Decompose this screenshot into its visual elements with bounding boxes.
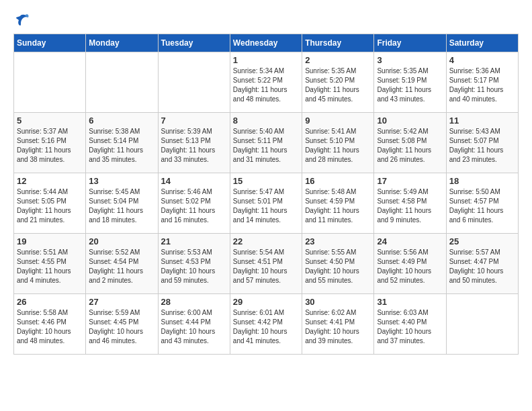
calendar-cell: 22Sunrise: 5:54 AM Sunset: 4:51 PM Dayli… — [230, 234, 302, 294]
day-info: Sunrise: 5:49 AM Sunset: 4:58 PM Dayligh… — [377, 187, 443, 225]
day-info: Sunrise: 5:46 AM Sunset: 5:02 PM Dayligh… — [161, 187, 227, 225]
calendar-cell: 14Sunrise: 5:46 AM Sunset: 5:02 PM Dayli… — [158, 173, 230, 234]
day-number: 16 — [305, 176, 371, 186]
day-number: 31 — [377, 297, 443, 307]
day-info: Sunrise: 6:03 AM Sunset: 4:40 PM Dayligh… — [377, 308, 443, 346]
logo — [13, 13, 30, 27]
day-number: 10 — [377, 116, 443, 126]
day-number: 4 — [449, 55, 515, 65]
weekday-header-monday: Monday — [86, 34, 158, 52]
day-info: Sunrise: 5:35 AM Sunset: 5:19 PM Dayligh… — [377, 66, 443, 104]
day-number: 27 — [89, 297, 154, 307]
calendar-cell: 10Sunrise: 5:42 AM Sunset: 5:08 PM Dayli… — [374, 113, 446, 173]
calendar-cell: 24Sunrise: 5:56 AM Sunset: 4:49 PM Dayli… — [374, 234, 446, 294]
day-info: Sunrise: 5:40 AM Sunset: 5:11 PM Dayligh… — [233, 127, 299, 165]
calendar-cell: 12Sunrise: 5:44 AM Sunset: 5:05 PM Dayli… — [14, 173, 86, 234]
day-info: Sunrise: 5:54 AM Sunset: 4:51 PM Dayligh… — [233, 248, 299, 285]
day-info: Sunrise: 5:48 AM Sunset: 4:59 PM Dayligh… — [305, 187, 371, 225]
calendar-cell: 29Sunrise: 6:01 AM Sunset: 4:42 PM Dayli… — [230, 294, 302, 355]
calendar-cell: 1Sunrise: 5:34 AM Sunset: 5:22 PM Daylig… — [230, 52, 302, 113]
day-number: 28 — [161, 297, 227, 307]
calendar-cell: 30Sunrise: 6:02 AM Sunset: 4:41 PM Dayli… — [302, 294, 374, 355]
calendar-cell: 6Sunrise: 5:38 AM Sunset: 5:14 PM Daylig… — [86, 113, 158, 173]
day-info: Sunrise: 5:35 AM Sunset: 5:20 PM Dayligh… — [305, 66, 371, 104]
day-info: Sunrise: 5:57 AM Sunset: 4:47 PM Dayligh… — [449, 248, 515, 285]
day-number: 3 — [377, 55, 443, 65]
day-info: Sunrise: 5:52 AM Sunset: 4:54 PM Dayligh… — [89, 248, 154, 285]
day-number: 5 — [17, 116, 83, 126]
calendar-cell: 16Sunrise: 5:48 AM Sunset: 4:59 PM Dayli… — [302, 173, 374, 234]
day-number: 7 — [161, 116, 227, 126]
day-number: 20 — [89, 236, 154, 246]
day-info: Sunrise: 5:34 AM Sunset: 5:22 PM Dayligh… — [233, 66, 299, 104]
day-info: Sunrise: 5:42 AM Sunset: 5:08 PM Dayligh… — [377, 127, 443, 165]
day-info: Sunrise: 5:58 AM Sunset: 4:46 PM Dayligh… — [17, 308, 83, 346]
day-number: 22 — [233, 236, 299, 246]
calendar-week-3: 12Sunrise: 5:44 AM Sunset: 5:05 PM Dayli… — [14, 173, 519, 234]
logo-bird-icon — [15, 13, 30, 27]
weekday-header-thursday: Thursday — [302, 34, 374, 52]
day-number: 25 — [449, 236, 515, 246]
day-info: Sunrise: 5:50 AM Sunset: 4:57 PM Dayligh… — [449, 187, 515, 225]
calendar-week-2: 5Sunrise: 5:37 AM Sunset: 5:16 PM Daylig… — [14, 113, 519, 173]
day-info: Sunrise: 5:56 AM Sunset: 4:49 PM Dayligh… — [377, 248, 443, 285]
calendar-cell: 5Sunrise: 5:37 AM Sunset: 5:16 PM Daylig… — [14, 113, 86, 173]
calendar-week-5: 26Sunrise: 5:58 AM Sunset: 4:46 PM Dayli… — [14, 294, 519, 355]
day-info: Sunrise: 5:51 AM Sunset: 4:55 PM Dayligh… — [17, 248, 83, 285]
day-number: 12 — [17, 176, 83, 186]
day-info: Sunrise: 6:01 AM Sunset: 4:42 PM Dayligh… — [233, 308, 299, 346]
calendar-cell: 26Sunrise: 5:58 AM Sunset: 4:46 PM Dayli… — [14, 294, 86, 355]
day-number: 6 — [89, 116, 154, 126]
day-number: 30 — [305, 297, 371, 307]
calendar-table: SundayMondayTuesdayWednesdayThursdayFrid… — [13, 34, 519, 355]
day-info: Sunrise: 5:45 AM Sunset: 5:04 PM Dayligh… — [89, 187, 154, 225]
calendar-cell: 28Sunrise: 6:00 AM Sunset: 4:44 PM Dayli… — [158, 294, 230, 355]
calendar-cell: 19Sunrise: 5:51 AM Sunset: 4:55 PM Dayli… — [14, 234, 86, 294]
weekday-header-saturday: Saturday — [446, 34, 518, 52]
day-info: Sunrise: 5:55 AM Sunset: 4:50 PM Dayligh… — [305, 248, 371, 285]
day-info: Sunrise: 5:38 AM Sunset: 5:14 PM Dayligh… — [89, 127, 154, 165]
day-number: 8 — [233, 116, 299, 126]
calendar-week-4: 19Sunrise: 5:51 AM Sunset: 4:55 PM Dayli… — [14, 234, 519, 294]
calendar-cell: 20Sunrise: 5:52 AM Sunset: 4:54 PM Dayli… — [86, 234, 158, 294]
day-info: Sunrise: 6:02 AM Sunset: 4:41 PM Dayligh… — [305, 308, 371, 346]
weekday-header-friday: Friday — [374, 34, 446, 52]
day-info: Sunrise: 5:53 AM Sunset: 4:53 PM Dayligh… — [161, 248, 227, 285]
weekday-header-wednesday: Wednesday — [230, 34, 302, 52]
weekday-header-tuesday: Tuesday — [158, 34, 230, 52]
day-number: 17 — [377, 176, 443, 186]
calendar-cell: 8Sunrise: 5:40 AM Sunset: 5:11 PM Daylig… — [230, 113, 302, 173]
day-number: 11 — [449, 116, 515, 126]
day-number: 18 — [449, 176, 515, 186]
day-info: Sunrise: 5:36 AM Sunset: 5:17 PM Dayligh… — [449, 66, 515, 104]
day-info: Sunrise: 5:44 AM Sunset: 5:05 PM Dayligh… — [17, 187, 83, 225]
calendar-cell: 25Sunrise: 5:57 AM Sunset: 4:47 PM Dayli… — [446, 234, 518, 294]
day-number: 14 — [161, 176, 227, 186]
calendar-cell — [14, 52, 86, 113]
day-number: 1 — [233, 55, 299, 65]
weekday-header-sunday: Sunday — [14, 34, 86, 52]
calendar-cell: 18Sunrise: 5:50 AM Sunset: 4:57 PM Dayli… — [446, 173, 518, 234]
day-number: 9 — [305, 116, 371, 126]
day-number: 29 — [233, 297, 299, 307]
calendar-cell: 9Sunrise: 5:41 AM Sunset: 5:10 PM Daylig… — [302, 113, 374, 173]
day-number: 26 — [17, 297, 83, 307]
day-info: Sunrise: 6:00 AM Sunset: 4:44 PM Dayligh… — [161, 308, 227, 346]
page-header — [13, 13, 519, 27]
calendar-cell — [446, 294, 518, 355]
day-info: Sunrise: 5:41 AM Sunset: 5:10 PM Dayligh… — [305, 127, 371, 165]
calendar-cell: 17Sunrise: 5:49 AM Sunset: 4:58 PM Dayli… — [374, 173, 446, 234]
day-number: 19 — [17, 236, 83, 246]
day-info: Sunrise: 5:37 AM Sunset: 5:16 PM Dayligh… — [17, 127, 83, 165]
day-number: 24 — [377, 236, 443, 246]
day-info: Sunrise: 5:59 AM Sunset: 4:45 PM Dayligh… — [89, 308, 154, 346]
calendar-cell: 2Sunrise: 5:35 AM Sunset: 5:20 PM Daylig… — [302, 52, 374, 113]
calendar-cell: 23Sunrise: 5:55 AM Sunset: 4:50 PM Dayli… — [302, 234, 374, 294]
calendar-cell: 4Sunrise: 5:36 AM Sunset: 5:17 PM Daylig… — [446, 52, 518, 113]
day-number: 13 — [89, 176, 154, 186]
day-number: 15 — [233, 176, 299, 186]
day-number: 21 — [161, 236, 227, 246]
calendar-cell: 15Sunrise: 5:47 AM Sunset: 5:01 PM Dayli… — [230, 173, 302, 234]
day-info: Sunrise: 5:47 AM Sunset: 5:01 PM Dayligh… — [233, 187, 299, 225]
day-info: Sunrise: 5:43 AM Sunset: 5:07 PM Dayligh… — [449, 127, 515, 165]
